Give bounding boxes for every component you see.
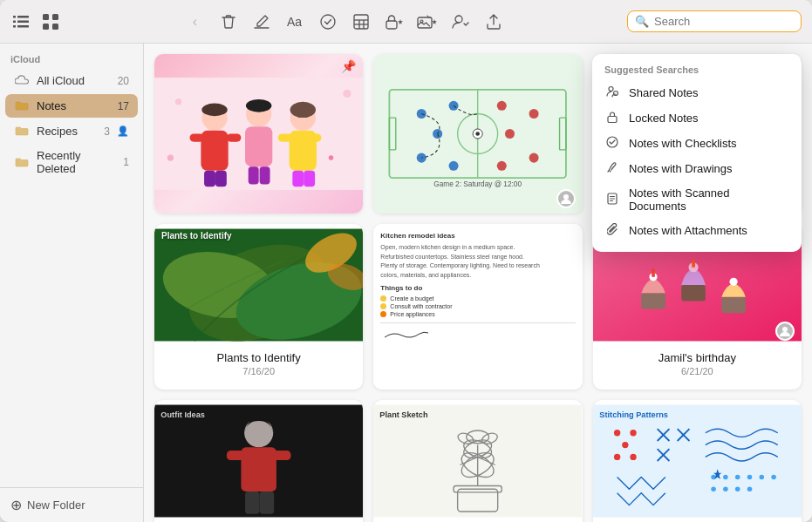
- recipes-count: 3: [104, 125, 110, 138]
- svg-rect-40: [260, 166, 270, 184]
- svg-point-10: [321, 15, 335, 29]
- drawings-icon: [604, 161, 620, 176]
- recipes-label: Recipes: [37, 125, 97, 138]
- svg-rect-38: [245, 126, 272, 166]
- toolbar-right: 🔍 Suggested Searches Shared Notes: [627, 10, 802, 32]
- recently-deleted-count: 1: [123, 156, 129, 168]
- svg-rect-27: [610, 198, 615, 199]
- svg-rect-98: [692, 260, 695, 268]
- svg-rect-16: [386, 21, 397, 29]
- suggestion-checklists[interactable]: Notes with Checklists: [592, 131, 802, 156]
- svg-point-103: [782, 327, 788, 332]
- svg-point-61: [497, 101, 507, 111]
- new-folder-button[interactable]: ⊕ New Folder: [0, 487, 143, 522]
- note-card-plants[interactable]: Plants to Identify Plants to Identify 7/…: [154, 224, 363, 390]
- svg-point-50: [343, 90, 351, 98]
- svg-point-129: [614, 430, 620, 436]
- svg-rect-0: [13, 16, 16, 18]
- suggestion-scanned-docs[interactable]: Notes with Scanned Documents: [592, 181, 802, 218]
- note-info-plants: Plants to Identify 7/16/20: [154, 346, 363, 383]
- search-input[interactable]: [654, 15, 794, 28]
- svg-rect-47: [304, 171, 315, 186]
- suggestions-title: Suggested Searches: [592, 63, 802, 80]
- lock-button[interactable]: [384, 11, 405, 32]
- toolbar: ‹ Aa: [0, 0, 812, 44]
- sidebar-item-notes[interactable]: Notes 17: [5, 94, 138, 118]
- suggestions-dropdown: Suggested Searches Shared Notes: [592, 54, 802, 252]
- note-card-stitching[interactable]: Stitching Patterns: [593, 400, 802, 522]
- svg-point-70: [476, 132, 481, 136]
- grid-view-button[interactable]: [40, 11, 61, 32]
- svg-point-66: [449, 161, 459, 171]
- svg-rect-2: [13, 20, 16, 23]
- note-info-jamil: Jamil's birthday 6/21/20: [593, 346, 802, 383]
- svg-rect-44: [278, 134, 293, 142]
- svg-point-63: [433, 129, 442, 139]
- svg-point-141: [723, 475, 728, 480]
- svg-text:Plant Sketch: Plant Sketch: [380, 411, 429, 420]
- svg-point-145: [771, 475, 776, 480]
- note-title-plants: Plants to Identify: [163, 351, 354, 364]
- checklists-icon: [604, 136, 620, 151]
- share-export-button[interactable]: [483, 11, 504, 32]
- svg-point-140: [711, 475, 716, 480]
- svg-rect-22: [608, 117, 617, 123]
- recently-deleted-label: Recently Deleted: [37, 149, 116, 175]
- format-button[interactable]: Aa: [284, 11, 305, 32]
- avatar-badge-soccer: [556, 189, 576, 208]
- checklist-button[interactable]: [317, 11, 338, 32]
- svg-point-23: [607, 137, 618, 147]
- suggestion-drawings-label: Notes with Drawings: [629, 162, 733, 175]
- note-card-plant-sketch[interactable]: Plant Sketch: [373, 400, 582, 522]
- note-date-jamil: 6/21/20: [602, 366, 793, 376]
- svg-point-64: [505, 129, 515, 139]
- svg-point-149: [747, 487, 752, 492]
- list-view-button[interactable]: [10, 11, 31, 32]
- svg-rect-5: [17, 25, 29, 28]
- svg-rect-46: [292, 171, 304, 186]
- note-card-kitchen[interactable]: Kitchen remodel ideas Open, modern kitch…: [373, 224, 582, 390]
- suggestion-attachments[interactable]: Notes with Attachments: [592, 218, 802, 243]
- svg-point-48: [290, 102, 316, 118]
- table-button[interactable]: [351, 11, 372, 32]
- svg-rect-1: [17, 16, 29, 18]
- svg-point-148: [735, 487, 740, 492]
- svg-point-147: [723, 487, 728, 492]
- suggestion-drawings[interactable]: Notes with Drawings: [592, 156, 802, 181]
- media-button[interactable]: [417, 11, 438, 32]
- suggestion-shared-notes-label: Shared Notes: [629, 86, 699, 99]
- svg-rect-96: [681, 285, 706, 301]
- compose-button[interactable]: [251, 11, 272, 32]
- sidebar-item-recently-deleted[interactable]: Recently Deleted 1: [5, 145, 138, 180]
- note-card-outfit[interactable]: Outfit Ideas Outfit Ideas: [154, 400, 363, 522]
- svg-point-132: [614, 454, 620, 460]
- note-thumbnail-kitchen: Kitchen remodel ideas Open, modern kitch…: [373, 224, 582, 390]
- svg-point-36: [201, 104, 227, 117]
- notes-label: Notes: [37, 99, 111, 112]
- app-window: ‹ Aa: [0, 0, 812, 522]
- svg-rect-7: [52, 14, 58, 20]
- all-icloud-label: All iCloud: [37, 74, 111, 87]
- back-button[interactable]: ‹: [185, 11, 206, 32]
- svg-point-51: [329, 155, 334, 160]
- sidebar-item-recipes[interactable]: Recipes 3 👤: [5, 119, 138, 143]
- svg-rect-99: [721, 297, 746, 313]
- all-icloud-count: 20: [118, 75, 129, 87]
- note-card-soccer[interactable]: Game 2: Saturday @ 12:00 Soccer Game Pla…: [373, 54, 582, 214]
- note-thumbnail-plant-sketch: Plant Sketch: [373, 400, 582, 522]
- svg-rect-95: [652, 269, 655, 277]
- delete-button[interactable]: [218, 11, 239, 32]
- note-card-poster-idea[interactable]: 📌 Poster Idea 6/16/20: [154, 54, 363, 214]
- sidebar-item-all-icloud[interactable]: All iCloud 20: [5, 69, 138, 92]
- svg-rect-6: [43, 14, 49, 20]
- svg-point-146: [711, 487, 716, 492]
- suggestion-shared-notes[interactable]: Shared Notes: [592, 80, 802, 105]
- suggestion-locked-notes[interactable]: Locked Notes: [592, 105, 802, 131]
- share-collaborators-button[interactable]: [450, 11, 471, 32]
- toolbar-left: [10, 11, 61, 32]
- search-box[interactable]: 🔍: [627, 10, 802, 32]
- note-thumbnail-outfit: Outfit Ideas: [154, 400, 363, 522]
- svg-point-65: [417, 153, 426, 163]
- svg-rect-28: [610, 200, 613, 201]
- all-icloud-icon: [14, 73, 30, 88]
